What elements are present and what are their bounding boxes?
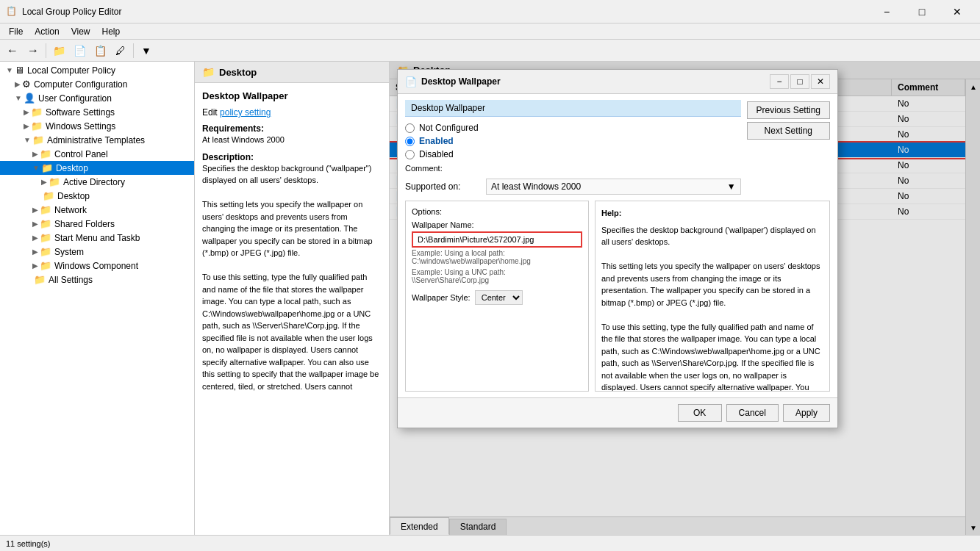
scroll-up-button[interactable]: ▲	[966, 79, 980, 94]
modal-maximize-button[interactable]: □	[790, 74, 809, 89]
gear-icon: ⚙	[22, 79, 31, 90]
content-area: 📁 Desktop Desktop Wallpaper Edit policy …	[195, 62, 980, 535]
description-section: Description: Specifies the desktop backg…	[202, 152, 382, 393]
radio-disabled[interactable]: Disabled	[405, 149, 741, 159]
tree-label: Windows Component	[54, 261, 138, 271]
radio-disabled-input[interactable]	[405, 150, 415, 159]
expand-icon: ▶	[32, 220, 38, 228]
desc-header: 📁 Desktop	[195, 62, 389, 83]
help-label: Help:	[601, 207, 823, 220]
tab-extended[interactable]: Extended	[390, 517, 449, 535]
tree-item-control-panel[interactable]: ▶ 📁 Control Panel	[0, 147, 194, 161]
modal-minimize-button[interactable]: −	[770, 74, 789, 89]
filter-button[interactable]: ▼	[137, 42, 156, 60]
desc-panel: 📁 Desktop Desktop Wallpaper Edit policy …	[195, 62, 390, 535]
ok-button[interactable]: OK	[678, 404, 722, 422]
forward-button[interactable]: →	[24, 42, 43, 60]
apply-button[interactable]: Apply	[783, 404, 830, 422]
desc-header-title: Desktop	[219, 67, 257, 78]
minimize-button[interactable]: −	[870, 1, 904, 23]
policy-link[interactable]: policy setting	[220, 107, 271, 118]
tree-item-computer-config[interactable]: ▶ ⚙ Computer Configuration	[0, 77, 194, 91]
tree-item-local-computer-policy[interactable]: ▼ 🖥 Local Computer Policy	[0, 63, 194, 77]
cell-comment: No	[892, 112, 965, 126]
tree-item-desktop-sub[interactable]: 📁 Desktop	[0, 189, 194, 203]
tree-label: Local Computer Policy	[27, 65, 115, 76]
expand-icon: ▶	[15, 80, 21, 88]
wallpaper-name-input[interactable]	[412, 231, 582, 248]
menu-file[interactable]: File	[3, 25, 29, 38]
tree-item-all-settings[interactable]: 📁 All Settings	[0, 273, 194, 287]
expand-icon: ▶	[32, 262, 38, 270]
prev-setting-button[interactable]: Previous Setting	[747, 101, 830, 119]
modal-close-button[interactable]: ✕	[811, 74, 830, 89]
folder-icon: 📁	[31, 107, 43, 118]
tree-label: Administrative Templates	[47, 135, 145, 145]
tree-label: Desktop	[56, 163, 88, 173]
tree-label: Active Directory	[63, 177, 125, 187]
menu-help[interactable]: Help	[96, 25, 126, 38]
requirements-section: Requirements: At least Windows 2000	[202, 123, 382, 146]
tree-item-active-directory[interactable]: ▶ 📁 Active Directory	[0, 175, 194, 189]
doc-button[interactable]: 📄	[70, 42, 89, 60]
scrollbar-track[interactable]	[966, 94, 980, 520]
main-layout: ▼ 🖥 Local Computer Policy ▶ ⚙ Computer C…	[0, 62, 980, 535]
tree-item-network[interactable]: ▶ 📁 Network	[0, 203, 194, 217]
edit-label: Edit	[202, 107, 218, 118]
comment-section: Comment:	[405, 164, 741, 173]
tabs-bar: Extended Standard	[390, 516, 965, 535]
radio-enabled-input[interactable]	[405, 137, 415, 146]
close-button[interactable]: ✕	[940, 1, 974, 23]
folder-icon: 📁	[31, 120, 43, 132]
tab-standard[interactable]: Standard	[449, 519, 507, 535]
policy-title: Desktop Wallpaper	[202, 90, 382, 101]
app-icon: 📋	[6, 6, 18, 18]
tree-item-shared-folders[interactable]: ▶ 📁 Shared Folders	[0, 217, 194, 231]
folder-icon: 📁	[41, 162, 53, 173]
tree-item-windows-settings[interactable]: ▶ 📁 Windows Settings	[0, 119, 194, 133]
scroll-down-button[interactable]: ▼	[966, 520, 980, 535]
modal-dialog: 📄 Desktop Wallpaper − □ ✕ Desktop Wallpa…	[397, 69, 838, 428]
modal-controls: − □ ✕	[770, 74, 830, 89]
property-button[interactable]: 📋	[90, 42, 110, 60]
desc-body: Desktop Wallpaper Edit policy setting Re…	[195, 83, 389, 406]
modal-icon: 📄	[405, 76, 417, 87]
tree-item-user-config[interactable]: ▼ 👤 User Configuration	[0, 91, 194, 105]
status-bar: 11 setting(s)	[0, 535, 980, 551]
cell-comment: No	[892, 173, 965, 188]
tree-item-software-settings[interactable]: ▶ 📁 Software Settings	[0, 105, 194, 119]
cancel-button[interactable]: Cancel	[726, 404, 779, 422]
radio-not-configured-input[interactable]	[405, 123, 415, 133]
view-button[interactable]: 🖊	[111, 42, 130, 60]
tree-item-windows-component[interactable]: ▶ 📁 Windows Component	[0, 259, 194, 273]
nav-buttons: Previous Setting Next Setting	[747, 100, 830, 201]
description-label: Description:	[202, 152, 382, 162]
dropdown-icon[interactable]: ▼	[727, 181, 736, 192]
tree-item-desktop[interactable]: ▼ 📁 Desktop	[0, 161, 194, 175]
back-button[interactable]: ←	[3, 42, 22, 60]
tree-label: Start Menu and Taskb	[54, 233, 140, 243]
style-select[interactable]: Center Tile Stretch	[475, 290, 523, 305]
expand-icon: ▶	[24, 108, 29, 116]
menu-view[interactable]: View	[65, 25, 96, 38]
tree-label: Desktop	[57, 191, 90, 201]
cell-comment: No	[892, 158, 965, 173]
expand-icon: ▶	[32, 206, 38, 214]
folder-icon: 📁	[40, 204, 51, 215]
next-setting-button[interactable]: Next Setting	[747, 122, 830, 140]
requirements-label: Requirements:	[202, 123, 382, 134]
folder-button[interactable]: 📁	[49, 42, 68, 60]
tree-label: Network	[54, 205, 87, 215]
cell-comment: No	[892, 127, 965, 142]
radio-enabled[interactable]: Enabled	[405, 136, 741, 146]
maximize-button[interactable]: □	[905, 1, 939, 23]
radio-not-configured[interactable]: Not Configured	[405, 123, 741, 133]
list-panel: 📁 Desktop Setting State Comment 📄Enable …	[390, 62, 980, 535]
menu-action[interactable]: Action	[29, 25, 65, 38]
wallpaper-name-label: Wallpaper Name:	[412, 220, 582, 229]
edit-section: Edit policy setting	[202, 107, 382, 118]
tree-item-admin-templates[interactable]: ▼ 📁 Administrative Templates	[0, 133, 194, 147]
cell-comment: No	[892, 96, 965, 111]
tree-item-start-menu[interactable]: ▶ 📁 Start Menu and Taskb	[0, 231, 194, 245]
tree-item-system[interactable]: ▶ 📁 System	[0, 245, 194, 259]
